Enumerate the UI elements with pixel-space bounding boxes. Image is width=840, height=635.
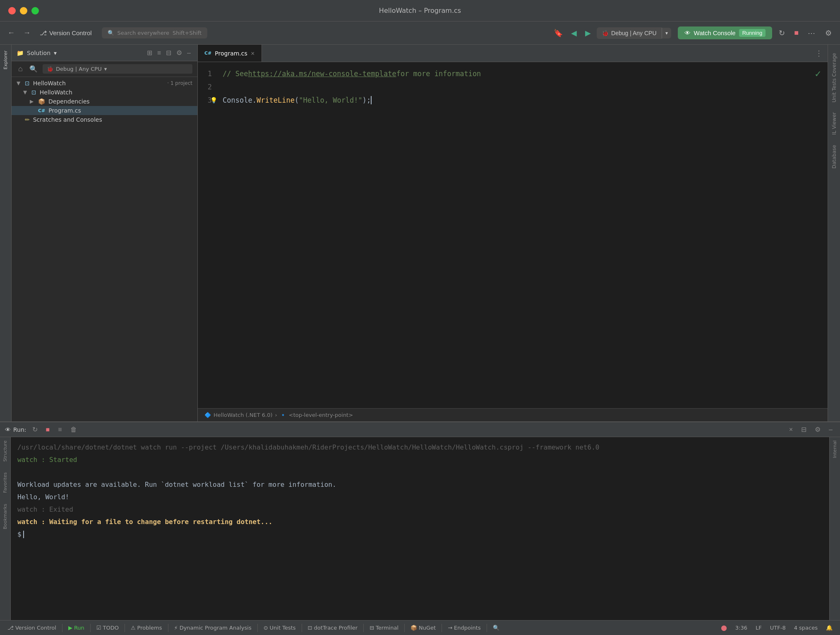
status-indent[interactable]: 4 spaces xyxy=(791,621,821,635)
status-todo[interactable]: ☑ TODO xyxy=(93,621,122,635)
right-tab-unit-tests-coverage[interactable]: Unit Tests Coverage xyxy=(830,48,839,107)
panel-trash-button[interactable]: 🗑 xyxy=(68,425,79,434)
status-error-indicator[interactable]: ⬤ xyxy=(718,621,730,635)
run-config-button[interactable]: 🐞 Debug | Any CPU xyxy=(597,27,661,39)
status-endpoints-label: Endpoints xyxy=(454,625,481,631)
status-sep-9 xyxy=(442,624,442,632)
explorer-filter-button[interactable]: ⊟ xyxy=(164,48,173,58)
right-tab-database[interactable]: Database xyxy=(830,140,839,173)
open-paren: ( xyxy=(295,94,299,107)
explorer-collapse-button[interactable]: ≡ xyxy=(156,48,163,58)
status-nuget[interactable]: 📦 NuGet xyxy=(407,621,439,635)
file-tree: ▼ ⊡ HelloWatch · 1 project ▼ ⊡ HelloWatc… xyxy=(12,77,197,421)
breadcrumb-file[interactable]: <top-level-entry-point> xyxy=(289,412,353,418)
status-search-icon-item[interactable]: 🔍 xyxy=(490,621,503,635)
tree-item-dependencies[interactable]: ▶ 📦 Dependencies xyxy=(12,97,197,106)
status-problems[interactable]: ⚠ Problems xyxy=(127,621,166,635)
more-options-button[interactable]: ⋯ xyxy=(804,27,818,39)
panel-list-button[interactable]: ≡ xyxy=(55,425,64,434)
stop-icon: ■ xyxy=(794,29,799,37)
comment-link[interactable]: https://aka.ms/new-console-template xyxy=(248,67,396,80)
watch-console-button[interactable]: 👁 Watch Console Running xyxy=(678,26,773,39)
line-numbers: 1 2 3 xyxy=(198,67,218,403)
code-content[interactable]: // See https://aka.ms/new-console-templa… xyxy=(218,67,828,403)
tab-program-cs[interactable]: C# Program.cs × xyxy=(198,45,262,62)
restart-button[interactable]: ↻ xyxy=(30,425,40,434)
close-button[interactable] xyxy=(8,7,16,14)
console-empty-line-1 xyxy=(17,466,823,479)
panel-stop-button[interactable]: ■ xyxy=(43,425,53,434)
back-button[interactable]: ← xyxy=(5,27,17,39)
explorer-minimize-button[interactable]: – xyxy=(185,48,192,58)
status-run-label: Run xyxy=(74,625,84,631)
explorer-home-button[interactable]: ⌂ xyxy=(17,64,24,74)
tree-item-program-cs[interactable]: ▶ C# Program.cs xyxy=(12,106,197,115)
favorites-tab[interactable]: Favorites xyxy=(2,472,8,493)
explorer-title-label: Solution xyxy=(27,50,50,56)
breadcrumb: 🔷 HelloWatch (.NET 6.0) › 🔹 <top-level-e… xyxy=(198,408,828,421)
status-nuget-icon: 📦 xyxy=(410,625,417,631)
lf-value: LF xyxy=(756,625,762,631)
bookmarks-tab[interactable]: Bookmarks xyxy=(2,504,8,529)
tree-item-hellowatch-root[interactable]: ▼ ⊡ HelloWatch · 1 project xyxy=(12,79,197,88)
vcs-icon: ⎇ xyxy=(40,29,47,37)
tab-more-button[interactable]: ⋮ xyxy=(810,49,828,58)
internal-tab[interactable]: Internal xyxy=(832,440,838,458)
panel-minimize-button[interactable]: – xyxy=(826,425,835,434)
program-cs-label: Program.cs xyxy=(48,107,192,114)
tree-item-scratches[interactable]: ▶ ✏ Scratches and Consoles xyxy=(12,115,197,124)
explorer-layout-button[interactable]: ⊞ xyxy=(145,48,154,58)
debug-config-display[interactable]: 🐞 Debug | Any CPU ▾ xyxy=(43,64,192,74)
status-terminal[interactable]: ⊟ Terminal xyxy=(366,621,402,635)
explorer-dropdown-icon[interactable]: ▾ xyxy=(54,50,57,56)
panel-split-button[interactable]: ⊟ xyxy=(799,425,809,434)
explorer-settings-button[interactable]: ⚙ xyxy=(175,48,184,58)
status-encoding[interactable]: UTF-8 xyxy=(767,621,789,635)
lightbulb-icon[interactable]: 💡 xyxy=(210,94,217,107)
status-dottrace[interactable]: ⊡ dotTrace Profiler xyxy=(305,621,361,635)
explorer-nav-icon[interactable]: Explorer xyxy=(1,48,10,72)
status-vcs[interactable]: ⎇ Version Control xyxy=(4,621,60,635)
code-line-1: // See https://aka.ms/new-console-templa… xyxy=(223,67,828,80)
search-everywhere-bar[interactable]: 🔍 Search everywhere Shift+Shift xyxy=(102,27,207,38)
code-editor[interactable]: 1 2 3 // See https://aka.ms/new-console-… xyxy=(198,62,828,408)
panel-settings-button[interactable]: ⚙ xyxy=(812,425,823,434)
status-vcs-label: Version Control xyxy=(15,625,56,631)
editor-area: C# Program.cs × ⋮ 1 2 3 xyxy=(198,45,828,421)
status-dpa-icon: ⚡ xyxy=(174,625,178,631)
breadcrumb-file-icon: 🔹 xyxy=(280,412,286,418)
solution-icon: 📁 xyxy=(17,50,24,56)
status-dpa[interactable]: ⚡ Dynamic Program Analysis xyxy=(171,621,255,635)
status-run[interactable]: ▶ Run xyxy=(65,621,88,635)
status-unit-tests[interactable]: ⊙ Unit Tests xyxy=(260,621,299,635)
green-check-button[interactable]: ▶ xyxy=(583,27,593,39)
debug-config-dropdown: ▾ xyxy=(104,66,107,72)
forward-button[interactable]: → xyxy=(21,27,33,39)
status-line-col[interactable]: 3:36 xyxy=(732,621,751,635)
tree-item-hellowatch-project[interactable]: ▼ ⊡ HelloWatch xyxy=(12,88,197,97)
status-endpoints[interactable]: → Endpoints xyxy=(444,621,484,635)
settings-button[interactable]: ⚙ xyxy=(822,27,835,39)
maximize-button[interactable] xyxy=(31,7,39,14)
status-notifications[interactable]: 🔔 xyxy=(823,621,836,635)
tab-close-button[interactable]: × xyxy=(251,51,255,56)
status-sep-1 xyxy=(62,624,62,632)
panel-close-button[interactable]: × xyxy=(787,425,795,434)
editor-with-right: C# Program.cs × ⋮ 1 2 3 xyxy=(198,45,840,421)
tree-arrow: ▼ xyxy=(17,80,23,86)
stop-button[interactable]: ■ xyxy=(792,27,801,39)
run-config-label: Debug | Any CPU xyxy=(611,30,656,36)
minimize-button[interactable] xyxy=(20,7,27,14)
semicolon: ; xyxy=(367,94,371,107)
status-lf[interactable]: LF xyxy=(752,621,765,635)
run-config-dropdown-button[interactable]: ▾ xyxy=(662,28,671,38)
bookmark-icon-button[interactable]: 🔖 xyxy=(551,27,565,39)
structure-tab[interactable]: Structure xyxy=(2,440,8,462)
breadcrumb-project[interactable]: HelloWatch (.NET 6.0) xyxy=(214,412,273,418)
version-control-button[interactable]: ⎇ Version Control xyxy=(36,28,95,38)
window-controls[interactable] xyxy=(8,7,39,14)
refresh-button[interactable]: ↻ xyxy=(775,27,788,39)
explorer-search-button[interactable]: 🔍 xyxy=(28,64,39,74)
green-arrow-button[interactable]: ◀ xyxy=(569,27,579,39)
right-tab-il-viewer[interactable]: IL Viewer xyxy=(830,107,839,140)
